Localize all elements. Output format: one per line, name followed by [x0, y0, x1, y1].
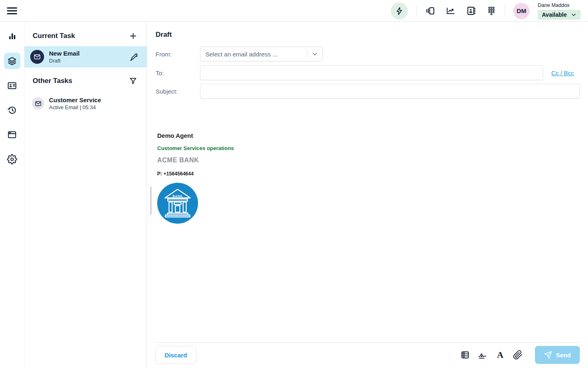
cc-bcc-link[interactable]: Cc / Bcc — [551, 70, 574, 76]
sidebar-item-browser[interactable] — [4, 126, 20, 143]
signature-department: Customer Services operations — [157, 145, 576, 151]
compose-edit-button[interactable] — [129, 52, 138, 62]
user-block: Dane Maddox Available — [538, 2, 581, 20]
topbar: DM Dane Maddox Available — [0, 0, 588, 22]
select-divider — [307, 50, 307, 58]
subject-input[interactable] — [200, 84, 580, 99]
sidebar-item-history[interactable] — [4, 102, 20, 118]
dialpad-icon — [486, 6, 497, 16]
sidebar-item-tasks[interactable] — [4, 53, 20, 69]
sidebar-item-settings[interactable] — [4, 151, 20, 167]
sidebar-rail — [0, 22, 24, 368]
current-task-title: Current Task — [33, 32, 75, 40]
footer-format-group: A Send — [460, 346, 580, 364]
task-panel: Current Task New Email Draft Other — [24, 22, 147, 368]
to-label: To: — [156, 70, 200, 76]
funnel-filter-icon — [129, 76, 138, 85]
send-button[interactable]: Send — [535, 346, 580, 364]
paperclip-icon — [513, 350, 523, 360]
availability-label: Available — [542, 11, 567, 18]
add-task-button[interactable] — [129, 31, 138, 40]
envelope-icon — [33, 53, 41, 61]
compose-title: Draft — [156, 31, 172, 39]
signature-icon — [477, 350, 488, 360]
filter-tasks-button[interactable] — [129, 76, 138, 85]
template-table-icon — [460, 350, 470, 360]
chevron-down-icon — [571, 12, 577, 18]
history-icon — [7, 105, 17, 115]
lightning-boost-button[interactable] — [391, 2, 408, 20]
bank-logo: BANK — [157, 183, 198, 224]
signature-name: Demo Agent — [157, 132, 576, 139]
hamburger-menu-icon[interactable] — [7, 6, 18, 16]
compose-footer: Discard — [155, 346, 580, 364]
other-tasks-title: Other Tasks — [33, 77, 72, 85]
subject-row: Subject: — [156, 84, 580, 99]
from-label: From: — [156, 51, 200, 58]
task-texts: New Email Draft — [49, 50, 129, 64]
current-task-header: Current Task — [24, 22, 147, 46]
task-avatar — [30, 50, 44, 64]
topbar-divider — [416, 5, 416, 17]
other-tasks-header: Other Tasks — [24, 67, 147, 92]
line-chart-icon — [445, 6, 456, 16]
signature-phone: P: +1564564644 — [157, 171, 576, 177]
to-row: To: Cc / Bcc — [156, 65, 574, 80]
envelope-icon — [35, 100, 42, 107]
signature-company: ACME BANK — [157, 157, 576, 164]
task-row-customer-service[interactable]: Customer Service Active Email | 05:34 — [24, 92, 147, 115]
discard-button[interactable]: Discard — [155, 346, 196, 364]
bank-logo-text: BANK — [173, 194, 183, 198]
font-format-button[interactable]: A — [495, 350, 506, 360]
sidebar-item-stats[interactable] — [4, 28, 20, 45]
plus-icon — [129, 31, 138, 40]
contacts-button[interactable] — [466, 6, 476, 16]
from-select[interactable]: Select an email address ... — [200, 47, 323, 61]
insights-button[interactable] — [445, 6, 456, 16]
bar-chart-icon — [7, 31, 17, 41]
topbar-icon-group — [425, 6, 497, 16]
topbar-divider — [505, 5, 505, 17]
signature-button[interactable] — [477, 350, 488, 360]
to-input[interactable] — [200, 65, 543, 80]
subject-label: Subject: — [156, 88, 200, 95]
contact-card-icon — [7, 81, 17, 91]
task-subtitle: Active Email | 05:34 — [49, 104, 138, 110]
address-book-icon — [466, 6, 476, 16]
font-a-icon: A — [497, 350, 503, 359]
user-name: Dane Maddox — [538, 2, 581, 8]
dialpad-button[interactable] — [486, 6, 497, 16]
pen-edit-icon — [129, 52, 138, 62]
from-select-placeholder: Select an email address ... — [205, 51, 307, 58]
task-title: Customer Service — [49, 96, 138, 104]
scrollbar-thumb[interactable] — [150, 186, 151, 215]
task-texts: Customer Service Active Email | 05:34 — [49, 96, 138, 110]
availability-select[interactable]: Available — [538, 10, 581, 20]
task-avatar — [32, 97, 44, 110]
user-avatar[interactable]: DM — [513, 3, 530, 19]
chevron-down-icon — [312, 51, 318, 57]
paper-plane-icon — [544, 351, 552, 359]
footer-divider — [155, 342, 580, 343]
layers-icon — [7, 56, 17, 66]
task-row-new-email[interactable]: New Email Draft — [24, 46, 147, 67]
settings-gear-icon — [7, 154, 17, 164]
topbar-actions: DM Dane Maddox Available — [391, 0, 581, 22]
send-button-label: Send — [556, 352, 571, 359]
panels-view-button[interactable] — [425, 6, 435, 16]
email-body-editor[interactable]: Demo Agent Customer Services operations … — [157, 132, 576, 224]
templates-button[interactable] — [460, 350, 470, 360]
from-row: From: Select an email address ... — [156, 47, 323, 61]
browser-window-icon — [7, 130, 17, 140]
sidebar-item-contacts[interactable] — [4, 77, 20, 94]
attach-file-button[interactable] — [512, 350, 523, 360]
task-title: New Email — [49, 50, 129, 57]
panels-icon — [425, 6, 435, 16]
task-subtitle: Draft — [49, 58, 129, 64]
lightning-icon — [395, 7, 404, 16]
compose-panel: Draft From: Select an email address ... … — [147, 22, 588, 368]
